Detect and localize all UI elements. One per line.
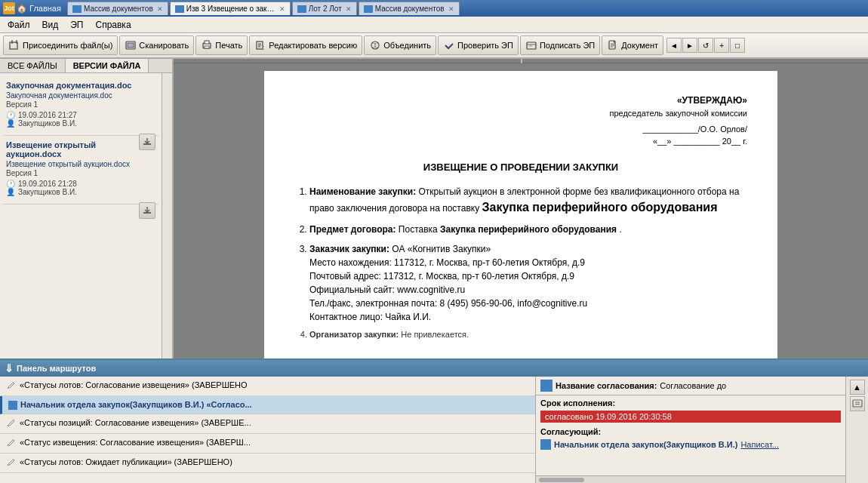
- sign-ep-button[interactable]: Подписать ЭП: [520, 35, 600, 55]
- pencil-icon-3: [6, 438, 17, 449]
- check-ep-icon: [443, 39, 455, 51]
- tab-file-versions[interactable]: ВЕРСИИ ФАЙЛА: [66, 59, 149, 72]
- nav-icon: [852, 398, 863, 409]
- home-tab[interactable]: 🏠 Главная: [17, 4, 61, 14]
- section-3-addr1: Место нахождения: 117312, г. Москва, пр-…: [309, 257, 585, 268]
- bottom-panel-title: Панель маршрутов: [17, 364, 96, 373]
- svg-point-12: [371, 42, 379, 49]
- attach-button[interactable]: Присоединить файл(ы): [3, 35, 118, 55]
- svg-rect-4: [128, 43, 134, 48]
- section-2-label: Предмет договора:: [309, 224, 396, 235]
- tab-izveshenie[interactable]: Изв 3 Извещение о закупочной... ✕: [170, 2, 291, 15]
- approval-scrollbar[interactable]: [539, 478, 584, 482]
- approval-nav-up[interactable]: ▲: [850, 380, 865, 395]
- download-btn-2[interactable]: [139, 202, 155, 219]
- svg-rect-7: [205, 46, 209, 48]
- file-title-1: Закупочная документация.doc: [6, 81, 155, 90]
- menu-file[interactable]: Файл: [3, 18, 35, 32]
- tab-close-4[interactable]: ✕: [448, 5, 454, 13]
- tab-close-2[interactable]: ✕: [279, 5, 285, 13]
- tab-close-3[interactable]: ✕: [346, 5, 352, 13]
- section-3-addr2: Почтовый адрес: 117312, г. Москва, пр-т …: [309, 271, 574, 281]
- bottom-panel-body: «Статусы лотов: Согласование извещения» …: [0, 377, 868, 483]
- file-author-meta-1: 👤 Закупщиков В.И.: [6, 119, 155, 128]
- file-version-2: Версия 1: [6, 169, 155, 177]
- section-2-end: .: [619, 224, 621, 235]
- doc-header: «УТВЕРЖДАЮ» председатель закупочной коми…: [294, 94, 747, 148]
- document-page: «УТВЕРЖДАЮ» председатель закупочной коми…: [264, 71, 777, 358]
- nav-next-button[interactable]: ►: [682, 38, 697, 53]
- route-text-3: «Статус извещения: Согласование извещени…: [20, 438, 251, 447]
- approver-row: Согласующий:: [540, 427, 841, 436]
- file-subtitle-1: Закупочная документация.doc: [6, 91, 155, 100]
- file-meta-1: 🕐 19.09.2016 21:27: [6, 111, 155, 119]
- file-item-izveshenie[interactable]: Извещение открытый аукцион.docx Извещени…: [3, 136, 159, 205]
- file-item-zakupka[interactable]: Закупочная документация.doc Закупочная д…: [3, 76, 159, 136]
- signature-text: ____________/О.О. Орлов/: [294, 123, 747, 136]
- route-text-1: Начальник отдела закупок(Закупщиков В.И.…: [20, 400, 252, 409]
- panel-content: Закупочная документация.doc Закупочная д…: [0, 73, 172, 358]
- document-icon: [607, 39, 619, 51]
- route-item-0[interactable]: «Статусы лотов: Согласование извещения» …: [0, 377, 535, 396]
- menu-ep[interactable]: ЭП: [66, 18, 88, 32]
- scan-icon: [125, 39, 137, 51]
- document-button[interactable]: Документ: [602, 35, 663, 55]
- section-3-phone: Тел./факс, электронная почта: 8 (495) 95…: [309, 298, 587, 309]
- edit-version-button[interactable]: Редактировать версию: [249, 35, 362, 55]
- toolbar-navigation: ◄ ► ↺ + □: [666, 38, 745, 53]
- clock-icon-1: 🕐: [6, 111, 15, 119]
- svg-rect-23: [853, 400, 862, 407]
- deadline-label: Срок исполнения:: [540, 398, 615, 408]
- document-area: «УТВЕРЖДАЮ» председатель закупочной коми…: [174, 59, 868, 358]
- approval-nav: ▲: [845, 377, 868, 483]
- deadline-row: Срок исполнения:: [540, 398, 841, 408]
- tab-massiv-2[interactable]: Массив документов ✕: [359, 2, 460, 15]
- menu-help[interactable]: Справка: [91, 18, 135, 32]
- pencil-icon-4: [6, 458, 17, 469]
- nav-expand-button[interactable]: +: [714, 38, 729, 53]
- print-icon: [201, 39, 213, 51]
- tab-all-files[interactable]: ВСЕ ФАЙЛЫ: [0, 59, 66, 72]
- approval-body: Срок исполнения: согласовано 19.09.2016 …: [536, 395, 845, 475]
- approval-title-value: Согласование до: [660, 381, 726, 390]
- check-ep-button[interactable]: Проверить ЭП: [438, 35, 519, 55]
- file-title-2: Извещение открытый аукцион.docx: [6, 140, 155, 158]
- download-btn-1[interactable]: [139, 134, 155, 150]
- nav-refresh-button[interactable]: ↺: [698, 38, 713, 53]
- chairman-text: председатель закупочной комиссии: [294, 107, 747, 120]
- toolbar: Присоединить файл(ы) Сканировать Печать …: [0, 33, 868, 59]
- document-scroll[interactable]: «УТВЕРЖДАЮ» председатель закупочной коми…: [174, 63, 868, 358]
- collapse-icon[interactable]: ⇓: [5, 362, 14, 374]
- route-item-2[interactable]: «Статусы позиций: Согласование извещения…: [0, 414, 535, 434]
- app-logo: Jot: [3, 2, 15, 14]
- clock-icon-2: 🕐: [6, 180, 15, 188]
- file-meta-2: 🕐 19.09.2016 21:28: [6, 180, 155, 188]
- scan-button[interactable]: Сканировать: [119, 35, 194, 55]
- section-2-text: Поставка: [399, 224, 440, 235]
- nav-collapse-button[interactable]: □: [730, 38, 745, 53]
- section-1-bold: Закупка периферийного оборудования: [482, 201, 717, 214]
- tab-close-1[interactable]: ✕: [157, 5, 163, 13]
- titlebar: Jot 🏠 Главная Массив документов ✕ Изв 3 …: [0, 0, 868, 17]
- section-4-label: Организатор закупки:: [309, 330, 399, 339]
- doc-section-1: Наименование закупки: Открытый аукцион в…: [294, 185, 747, 341]
- sign-ep-icon: [525, 39, 537, 51]
- person-icon-1: 👤: [6, 119, 15, 128]
- approval-nav-down[interactable]: [850, 396, 865, 411]
- menubar: Файл Вид ЭП Справка: [0, 17, 868, 33]
- table-icon-1: [8, 401, 17, 410]
- download-icon-1: [143, 137, 152, 146]
- route-item-3[interactable]: «Статус извещения: Согласование извещени…: [0, 434, 535, 454]
- tab-lot[interactable]: Лот 2 Лот ✕: [292, 2, 357, 15]
- file-version-1: Версия 1: [6, 100, 155, 109]
- route-item-4[interactable]: «Статусы лотов: Ожидает публикации» (ЗАВ…: [0, 454, 535, 473]
- print-button[interactable]: Печать: [195, 35, 248, 55]
- tab-massiv-1[interactable]: Массив документов ✕: [67, 2, 168, 15]
- route-item-1[interactable]: Начальник отдела закупок(Закупщиков В.И.…: [0, 396, 535, 414]
- nav-prev-button[interactable]: ◄: [666, 38, 682, 53]
- approver-link[interactable]: Написат...: [740, 440, 779, 449]
- file-subtitle-2: Извещение открытый аукцион.docx: [6, 160, 155, 168]
- merge-button[interactable]: Объединить: [364, 35, 436, 55]
- menu-view[interactable]: Вид: [38, 18, 63, 32]
- route-text-0: «Статусы лотов: Согласование извещения» …: [20, 380, 248, 389]
